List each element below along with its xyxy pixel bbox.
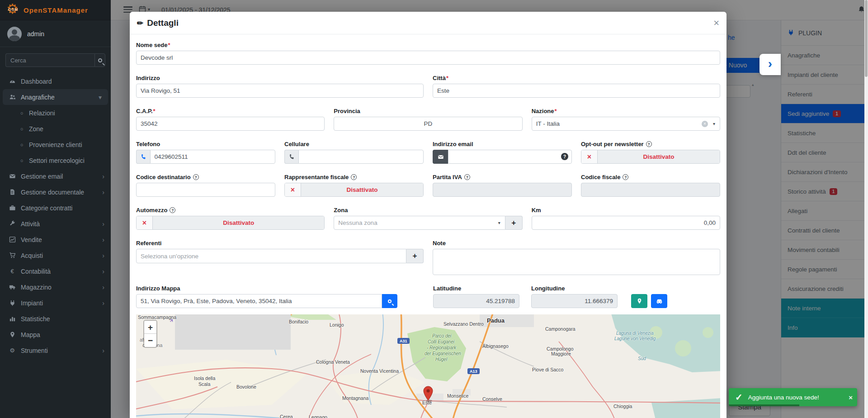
cellulare-label: Cellulare xyxy=(284,141,424,147)
map-marker-icon xyxy=(637,298,642,304)
help-icon[interactable]: ? xyxy=(464,174,470,180)
sidebar-item-mappa[interactable]: Mappa xyxy=(0,327,111,342)
success-toast: ✓ Aggiunta una nuova sede! × xyxy=(729,388,857,406)
cart-icon xyxy=(7,252,17,259)
indirizzo-input[interactable] xyxy=(136,84,424,98)
indirizzo-label: Indirizzo xyxy=(136,75,424,81)
map-label: Monselice xyxy=(447,393,468,399)
caret-down-icon: ▾ xyxy=(713,121,715,126)
sidebar-item-statistiche[interactable]: Statistiche xyxy=(0,311,111,327)
route-button[interactable] xyxy=(651,294,667,308)
indirizzo-mappa-input[interactable] xyxy=(136,294,382,308)
circle-icon: ○ xyxy=(18,110,25,116)
phone-icon xyxy=(136,150,150,164)
chevron-right-icon: › xyxy=(102,268,104,275)
sidebar-item-attivita[interactable]: Attività › xyxy=(0,216,111,232)
chevron-right-icon: › xyxy=(102,189,104,196)
scrollbar-thumb[interactable] xyxy=(865,0,868,77)
telefono-label: Telefono xyxy=(136,141,275,147)
user-block[interactable]: admin xyxy=(0,20,111,47)
avatar xyxy=(7,27,22,41)
map-zoom-control: + − xyxy=(143,320,157,348)
chevron-right-icon: › xyxy=(102,173,104,180)
search-icon xyxy=(98,58,102,62)
nazione-select[interactable]: IT - Italia × ▾ xyxy=(532,117,720,131)
sidebar-item-gestione-email[interactable]: Gestione email › xyxy=(0,168,111,184)
nome-sede-input[interactable] xyxy=(136,51,720,65)
map-label: Bonifacio xyxy=(289,319,308,324)
page-scrollbar[interactable] xyxy=(864,0,868,418)
app-logo[interactable]: ⚙ OSM OpenSTAManager xyxy=(0,0,111,20)
sidebar-item-anagrafiche[interactable]: Anagrafiche ▾ xyxy=(3,89,108,105)
citta-label: Città* xyxy=(433,75,720,81)
wrench-icon xyxy=(7,220,17,227)
modal-close-button[interactable]: × xyxy=(713,19,719,28)
km-input[interactable] xyxy=(532,216,720,230)
sidebar-item-settori-merceologici[interactable]: ○ Settori merceologici xyxy=(0,152,111,168)
sidebar-item-acquisti[interactable]: Acquisti › xyxy=(0,247,111,263)
provincia-input[interactable] xyxy=(334,117,522,131)
sidebar-item-gestione-documentale[interactable]: Gestione documentale › xyxy=(0,184,111,200)
map-search-button[interactable] xyxy=(382,294,397,308)
help-icon[interactable]: ? xyxy=(170,207,175,213)
sidebar-item-dashboard[interactable]: Dashboard xyxy=(0,73,111,89)
map-label: Noventa Vicentina xyxy=(360,368,399,374)
bar-chart-icon xyxy=(7,315,17,322)
sidebar-item-zone[interactable]: ○ Zone xyxy=(0,121,111,137)
zona-select[interactable]: Nessuna zona ▾ xyxy=(334,216,505,230)
map-label: Albignasego xyxy=(482,343,509,349)
rappresentante-fiscale-toggle[interactable]: × Disattivato xyxy=(284,183,424,197)
note-textarea[interactable] xyxy=(433,249,720,275)
automezzo-toggle[interactable]: × Disattivato xyxy=(136,216,325,230)
help-icon[interactable]: ? xyxy=(193,174,199,180)
sidebar-item-relazioni[interactable]: ○ Relazioni xyxy=(0,105,111,121)
map-label: Laguna di Venezia xyxy=(616,331,653,336)
sidebar-search-button[interactable] xyxy=(94,53,105,67)
codice-destinatario-label: Codice destinatario? xyxy=(136,174,275,180)
next-record-arrow-button[interactable]: › xyxy=(760,54,781,75)
leaflet-map[interactable]: + − ✈ A31 A13 Sommacampagna afranca di V… xyxy=(136,314,720,418)
map-label: Camponogara xyxy=(545,326,576,332)
cellulare-input[interactable] xyxy=(298,150,424,164)
help-icon[interactable]: ? xyxy=(351,174,357,180)
map-label: Lagune von Venedig xyxy=(614,336,656,341)
sidebar-item-categorie-contratti[interactable]: Categorie contratti xyxy=(0,200,111,216)
help-icon[interactable]: ? xyxy=(561,153,568,160)
chevron-right-icon: › xyxy=(102,236,104,243)
x-icon: × xyxy=(285,183,301,196)
add-referente-button[interactable]: + xyxy=(406,249,424,263)
modal-title: ✏Dettagli xyxy=(137,18,179,28)
sidebar-item-contabilita[interactable]: € Contabilità › xyxy=(0,263,111,279)
sidebar-search-input[interactable] xyxy=(5,53,94,67)
provincia-label: Provincia xyxy=(334,108,522,114)
telefono-input[interactable] xyxy=(150,150,276,164)
email-input[interactable] xyxy=(448,150,572,164)
citta-input[interactable] xyxy=(433,84,720,98)
optout-toggle[interactable]: × Disattivato xyxy=(581,150,720,164)
codice-destinatario-input[interactable] xyxy=(136,183,275,197)
toast-close-button[interactable]: × xyxy=(849,394,853,401)
geolocate-button[interactable] xyxy=(631,294,647,308)
unloaded-tile xyxy=(175,314,291,350)
help-icon[interactable]: ? xyxy=(623,174,628,180)
sidebar-item-magazzino[interactable]: Magazzino › xyxy=(0,279,111,295)
chevron-right-icon: › xyxy=(102,284,104,291)
nazione-label: Nazione* xyxy=(532,108,720,114)
map-label: Montagnana xyxy=(342,395,368,401)
codice-fiscale-label: Codice fiscale? xyxy=(581,174,720,180)
sidebar-item-strumenti[interactable]: ⚙ Strumenti › xyxy=(0,342,111,358)
referenti-select[interactable]: Seleziona un'opzione xyxy=(136,249,406,263)
zoom-in-button[interactable]: + xyxy=(144,321,156,334)
clear-selection-icon[interactable]: × xyxy=(702,121,708,127)
sidebar-item-impianti[interactable]: Impianti › xyxy=(0,295,111,311)
rappresentante-fiscale-label: Rappresentante fiscale? xyxy=(284,174,424,180)
zoom-out-button[interactable]: − xyxy=(144,334,156,347)
map-label: Padua xyxy=(487,317,505,324)
envelope-icon xyxy=(7,173,17,180)
add-zona-button[interactable]: + xyxy=(505,216,523,230)
sidebar-item-provenienze-clienti[interactable]: ○ Provenienze clienti xyxy=(0,137,111,152)
sidebar-item-vendite[interactable]: Vendite › xyxy=(0,232,111,247)
cap-input[interactable] xyxy=(136,117,325,131)
help-icon[interactable]: ? xyxy=(646,141,652,147)
map-label: Scala xyxy=(198,381,210,387)
